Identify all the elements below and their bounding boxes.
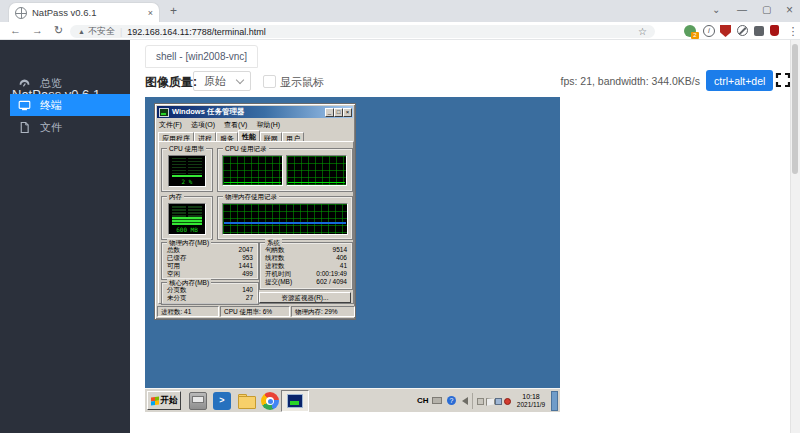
globe-favicon-icon — [15, 7, 27, 19]
extension-green-icon[interactable]: 2 — [684, 25, 696, 37]
tray-divider — [472, 393, 473, 409]
clock-date: 2021/11/9 — [512, 401, 550, 409]
speaker-tray-icon[interactable] — [462, 397, 468, 405]
vnc-desktop[interactable]: Windows 任务管理器 _ □ × 文件(F) 选项(O) 查看(V) 帮助… — [145, 97, 560, 412]
kernel-memory-group: 核心内存(MB) 分页数140 未分页27 — [161, 282, 259, 305]
cpu-usage-title: CPU 使用率 — [167, 145, 206, 152]
physical-memory-title: 物理内存(MB) — [167, 239, 211, 246]
extension-info-icon[interactable]: i — [703, 25, 715, 37]
window-chevron-icon[interactable]: ⌄ — [712, 4, 720, 16]
resource-monitor-button[interactable]: 资源监视器(R)... — [259, 292, 351, 303]
stat-label: 开机时间 — [265, 270, 291, 278]
taskbar-clock[interactable]: 10:18 2021/11/9 — [512, 392, 550, 409]
stat-value: 602 / 4094 — [316, 278, 347, 286]
window-maximize-icon[interactable]: ▢ — [762, 4, 771, 16]
menu-options[interactable]: 选项(O) — [191, 120, 215, 130]
security-warning-icon: ▲ — [78, 28, 85, 35]
task-manager-window[interactable]: Windows 任务管理器 _ □ × 文件(F) 选项(O) 查看(V) 帮助… — [154, 103, 356, 320]
statusbar-cpu: CPU 使用率: 6% — [220, 306, 290, 317]
cpu-history-graph-1 — [222, 155, 283, 186]
network-tray-icon[interactable] — [495, 398, 502, 405]
menu-view[interactable]: 查看(V) — [224, 120, 247, 130]
new-tab-icon[interactable]: + — [170, 4, 177, 18]
stat-value: 27 — [246, 294, 253, 302]
stat-label: 进程数 — [265, 262, 285, 270]
printer-tray-icon[interactable] — [432, 397, 442, 404]
menu-help[interactable]: 帮助(H) — [256, 120, 280, 130]
window-minimize-icon[interactable]: — — [737, 4, 747, 16]
stat-label: 已缓存 — [167, 254, 187, 262]
statusbar-processes: 进程数: 41 — [157, 306, 219, 317]
tray-misc-icon[interactable] — [477, 398, 484, 405]
extension-adblock-icon[interactable] — [737, 25, 748, 36]
windows-taskbar: 开始 > CH ? 10:18 2021/11/9 — [145, 388, 560, 412]
windows-logo-icon — [151, 396, 159, 405]
cpu-history-title: CPU 使用记录 — [223, 145, 269, 152]
start-label: 开始 — [161, 395, 178, 407]
quality-select[interactable]: 原始 — [193, 71, 251, 91]
sidebar-item-files[interactable]: 文件 — [10, 116, 130, 138]
extension-badge: 2 — [691, 32, 699, 39]
ctrl-alt-del-button[interactable]: ctrl+alt+del — [706, 70, 773, 91]
show-mouse-checkbox[interactable] — [263, 75, 276, 88]
window-close-icon[interactable]: × — [786, 4, 793, 16]
taskmgr-titlebar[interactable]: Windows 任务管理器 _ □ × — [157, 106, 353, 118]
taskbar-active-task[interactable] — [281, 390, 309, 412]
bookmark-star-icon[interactable]: ☆ — [638, 26, 647, 37]
session-tab[interactable]: shell - [win2008-vnc] — [145, 45, 258, 68]
stat-value: 2047 — [239, 246, 253, 254]
show-desktop-button[interactable] — [551, 391, 558, 411]
powershell-icon[interactable]: > — [213, 392, 231, 410]
system-title: 系统 — [265, 239, 282, 246]
url-text[interactable]: 192.168.164.11:7788/terminal.html — [127, 27, 265, 37]
address-bar[interactable]: ▲ 不安全 | 192.168.164.11:7788/terminal.htm… — [70, 25, 655, 38]
stat-value: 0:00:19:49 — [316, 270, 347, 278]
url-divider: | — [120, 27, 122, 37]
sidebar-item-overview[interactable]: 总览 — [10, 72, 130, 94]
sidebar-item-terminal[interactable]: 终端 — [10, 94, 130, 116]
scrollbar-thumb[interactable] — [792, 44, 798, 174]
select-chevron-icon — [236, 75, 244, 83]
tray-flag-icon[interactable] — [486, 398, 495, 407]
browser-tab[interactable]: NatPass v0.6.1 × — [8, 2, 160, 22]
sidebar: NatPass v0.6.1 总览 终端 文件 — [0, 40, 130, 433]
taskmgr-taskbar-icon — [287, 394, 303, 408]
memory-value: 600 MB — [169, 226, 205, 233]
server-manager-icon[interactable] — [189, 392, 207, 410]
stat-value: 499 — [242, 270, 253, 278]
memory-title: 内存 — [167, 193, 184, 200]
menu-file[interactable]: 文件(F) — [159, 120, 182, 130]
language-indicator[interactable]: CH — [417, 396, 429, 405]
system-group: 系统 句柄数9514 线程数406 进程数41 开机时间0:00:19:49 提… — [259, 242, 353, 290]
taskmgr-maximize-icon[interactable]: □ — [334, 108, 343, 117]
explorer-folder-icon[interactable] — [237, 392, 255, 410]
memory-history-graph — [222, 203, 348, 235]
stat-value: 1441 — [239, 262, 253, 270]
security-warning-label[interactable]: 不安全 — [88, 25, 115, 38]
extension-pin-icon[interactable] — [770, 25, 779, 36]
sidebar-item-label: 总览 — [40, 76, 62, 91]
kernel-memory-title: 核心内存(MB) — [167, 279, 211, 286]
tab-close-icon[interactable]: × — [148, 8, 153, 18]
extensions-puzzle-icon[interactable] — [754, 26, 764, 36]
stat-value: 9514 — [333, 246, 347, 254]
help-tray-icon[interactable]: ? — [447, 396, 456, 405]
tray-status-icon[interactable] — [504, 398, 511, 405]
forward-icon[interactable]: → — [32, 25, 43, 36]
stat-label: 句柄数 — [265, 246, 285, 254]
stat-label: 提交(MB) — [265, 278, 292, 286]
back-icon[interactable]: ← — [10, 25, 21, 36]
reload-icon[interactable]: ↻ — [54, 25, 63, 36]
stat-value: 41 — [340, 262, 347, 270]
taskmgr-title: Windows 任务管理器 — [172, 107, 244, 117]
chrome-icon[interactable] — [261, 392, 279, 410]
taskmgr-app-icon — [159, 108, 169, 117]
browser-menu-dots-icon[interactable]: ⋮ — [787, 25, 799, 37]
stat-value: 140 — [242, 286, 253, 294]
stat-value: 406 — [336, 254, 347, 262]
stat-label: 空闲 — [167, 270, 180, 278]
start-button[interactable]: 开始 — [147, 391, 181, 410]
taskmgr-minimize-icon[interactable]: _ — [325, 108, 334, 117]
stat-label: 总数 — [167, 246, 180, 254]
taskmgr-close-icon[interactable]: × — [343, 108, 352, 117]
